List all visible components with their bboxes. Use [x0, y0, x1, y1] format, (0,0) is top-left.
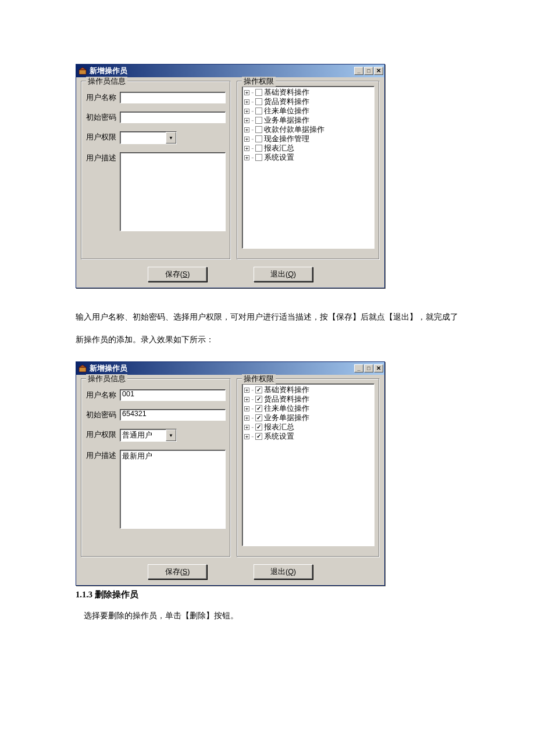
exit-button[interactable]: 退出(Q) — [254, 267, 313, 282]
section-text: 选择要删除的操作员，单击【删除】按钮。 — [84, 611, 459, 621]
tree-item[interactable]: +··基础资料操作 — [244, 385, 373, 395]
expand-icon[interactable]: + — [244, 109, 249, 114]
password-input[interactable] — [120, 112, 226, 123]
expand-icon[interactable]: + — [244, 137, 249, 142]
checkbox[interactable] — [255, 405, 262, 412]
tree-item-label: 收款付款单据操作 — [264, 125, 324, 135]
expand-icon[interactable]: + — [244, 406, 249, 411]
operator-info-group: 操作员信息 用户名称 初始密码 用户权限 ▼ — [81, 81, 231, 260]
svg-marker-1 — [79, 67, 86, 70]
expand-icon[interactable]: + — [244, 99, 249, 105]
window-title: 新增操作员 — [90, 66, 354, 76]
role-label: 用户权限 — [86, 429, 120, 440]
tree-connector: ·· — [251, 117, 254, 124]
save-button[interactable]: 保存(S) — [148, 564, 207, 579]
checkbox[interactable] — [255, 126, 262, 133]
section-heading: 1.1.3 删除操作员 — [76, 589, 459, 600]
svg-rect-0 — [79, 70, 86, 74]
checkbox[interactable] — [255, 396, 262, 403]
tree-item[interactable]: +··货品资料操作 — [244, 97, 373, 106]
group-legend: 操作权限 — [242, 77, 276, 87]
expand-icon[interactable]: + — [244, 146, 249, 151]
checkbox[interactable] — [255, 424, 262, 431]
minimize-button[interactable]: _ — [354, 67, 363, 75]
tree-item[interactable]: +··业务单据操作 — [244, 116, 373, 125]
chevron-down-icon[interactable]: ▼ — [166, 429, 176, 441]
desc-textarea[interactable]: 最新用户 — [120, 450, 226, 529]
checkbox[interactable] — [255, 98, 262, 105]
tree-item[interactable]: +··现金操作管理 — [244, 134, 373, 144]
group-legend: 操作员信息 — [86, 374, 127, 384]
checkbox[interactable] — [255, 154, 262, 161]
tree-connector: ·· — [251, 108, 254, 114]
desc-textarea[interactable] — [120, 152, 226, 231]
tree-item[interactable]: +··系统设置 — [244, 432, 373, 441]
expand-icon[interactable]: + — [244, 425, 249, 430]
expand-icon[interactable]: + — [244, 397, 249, 402]
tree-item[interactable]: +··往来单位操作 — [244, 404, 373, 413]
tree-connector: ·· — [251, 127, 254, 133]
titlebar[interactable]: 新增操作员 _ □ ✕ — [76, 362, 384, 375]
tree-item-label: 基础资料操作 — [264, 385, 309, 395]
expand-icon[interactable]: + — [244, 155, 249, 160]
chevron-down-icon[interactable]: ▼ — [166, 132, 176, 144]
save-button[interactable]: 保存(S) — [148, 267, 207, 282]
permissions-tree[interactable]: +··基础资料操作+··货品资料操作+··往来单位操作+··业务单据操作+··报… — [242, 384, 374, 546]
tree-connector: ·· — [251, 396, 254, 403]
permissions-group: 操作权限 +··基础资料操作+··货品资料操作+··往来单位操作+··业务单据操… — [237, 378, 380, 557]
password-input[interactable]: 654321 — [120, 409, 226, 421]
minimize-button[interactable]: _ — [354, 364, 363, 372]
tree-connector: ·· — [251, 424, 254, 431]
checkbox[interactable] — [255, 433, 262, 440]
tree-item[interactable]: +··收款付款单据操作 — [244, 125, 373, 134]
close-button[interactable]: ✕ — [374, 67, 383, 75]
maximize-button[interactable]: □ — [364, 67, 373, 75]
permissions-tree[interactable]: +··基础资料操作+··货品资料操作+··往来单位操作+··业务单据操作+··收… — [242, 86, 374, 249]
tree-item[interactable]: +··报表汇总 — [244, 422, 373, 432]
checkbox[interactable] — [255, 386, 262, 393]
tree-item[interactable]: +··系统设置 — [244, 153, 373, 162]
checkbox[interactable] — [255, 414, 262, 421]
tree-item-label: 往来单位操作 — [264, 404, 309, 414]
checkbox[interactable] — [255, 145, 262, 152]
dialog-add-operator-empty: 新增操作员 _ □ ✕ 操作员信息 用户名称 初始密码 — [76, 64, 385, 288]
expand-icon[interactable]: + — [244, 388, 249, 393]
tree-item[interactable]: +··往来单位操作 — [244, 106, 373, 116]
tree-connector: ·· — [251, 387, 254, 393]
tree-item-label: 业务单据操作 — [264, 116, 309, 126]
expand-icon[interactable]: + — [244, 434, 249, 439]
password-label: 初始密码 — [86, 409, 120, 420]
expand-icon[interactable]: + — [244, 118, 249, 123]
username-input[interactable]: 001 — [120, 389, 226, 401]
tree-item[interactable]: +··货品资料操作 — [244, 395, 373, 404]
checkbox[interactable] — [255, 117, 262, 124]
expand-icon[interactable]: + — [244, 90, 249, 95]
expand-icon[interactable]: + — [244, 415, 249, 421]
tree-item[interactable]: +··业务单据操作 — [244, 413, 373, 422]
window-title: 新增操作员 — [90, 363, 354, 374]
role-label: 用户权限 — [86, 131, 120, 142]
svg-marker-3 — [79, 365, 86, 367]
expand-icon[interactable]: + — [244, 127, 249, 132]
checkbox[interactable] — [255, 108, 262, 114]
checkbox[interactable] — [255, 135, 262, 142]
tree-item-label: 基础资料操作 — [264, 88, 309, 98]
titlebar[interactable]: 新增操作员 _ □ ✕ — [76, 65, 384, 77]
tree-item-label: 现金操作管理 — [264, 134, 309, 144]
role-combobox[interactable]: ▼ — [120, 131, 177, 144]
exit-button[interactable]: 退出(Q) — [254, 564, 313, 579]
tree-connector: ·· — [251, 155, 254, 161]
checkbox[interactable] — [255, 89, 262, 96]
role-combobox[interactable]: 普通用户 ▼ — [120, 429, 177, 442]
role-combobox-value — [120, 132, 166, 144]
tree-item[interactable]: +··报表汇总 — [244, 144, 373, 153]
close-button[interactable]: ✕ — [374, 364, 383, 372]
dialog-add-operator-filled: 新增操作员 _ □ ✕ 操作员信息 用户名称 001 初始密码 654321 — [76, 361, 385, 586]
username-input[interactable] — [120, 92, 226, 103]
tree-connector: ·· — [251, 145, 254, 152]
username-label: 用户名称 — [86, 389, 120, 400]
tree-item[interactable]: +··基础资料操作 — [244, 88, 373, 97]
maximize-button[interactable]: □ — [364, 364, 373, 372]
tree-item-label: 业务单据操作 — [264, 413, 309, 423]
tree-item-label: 货品资料操作 — [264, 97, 309, 107]
